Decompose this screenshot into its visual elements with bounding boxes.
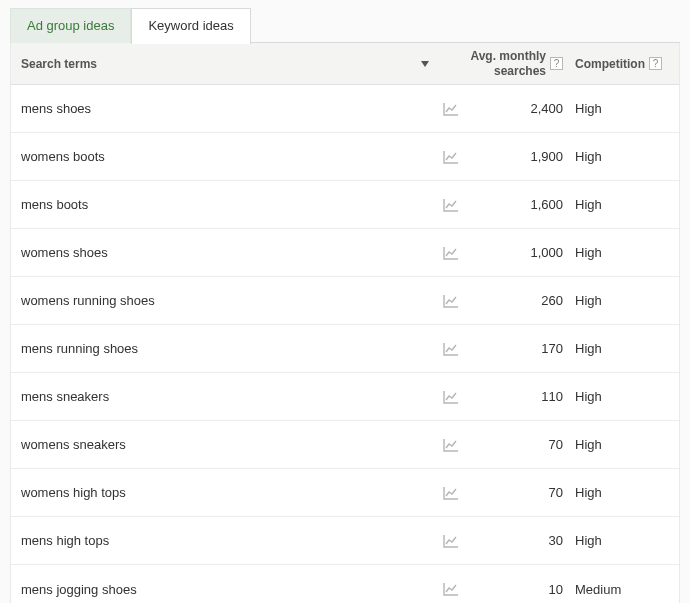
chart-icon[interactable]: [443, 486, 459, 500]
chart-icon[interactable]: [443, 198, 459, 212]
chart-icon[interactable]: [443, 534, 459, 548]
keyword-term: mens high tops: [11, 533, 439, 548]
chart-icon[interactable]: [443, 582, 459, 596]
keyword-term: mens boots: [11, 197, 439, 212]
tab-ad-group-ideas[interactable]: Ad group ideas: [10, 8, 131, 43]
chart-icon[interactable]: [443, 150, 459, 164]
help-icon[interactable]: ?: [550, 57, 563, 70]
competition-value: Medium: [569, 582, 679, 597]
table-row[interactable]: mens high tops 30 High: [11, 517, 679, 565]
table-row[interactable]: womens running shoes 260 High: [11, 277, 679, 325]
avg-monthly-value: 70: [503, 437, 563, 452]
competition-value: High: [569, 341, 679, 356]
table-body: mens shoes 2,400 High womens boots 1,900: [11, 85, 679, 603]
keyword-term: mens jogging shoes: [11, 582, 439, 597]
table-row[interactable]: mens shoes 2,400 High: [11, 85, 679, 133]
competition-value: High: [569, 101, 679, 116]
avg-monthly-value: 10: [503, 582, 563, 597]
chart-icon[interactable]: [443, 102, 459, 116]
keyword-term: womens shoes: [11, 245, 439, 260]
avg-monthly-value: 170: [503, 341, 563, 356]
chart-icon[interactable]: [443, 294, 459, 308]
avg-monthly-value: 1,600: [503, 197, 563, 212]
keyword-term: womens boots: [11, 149, 439, 164]
avg-monthly-value: 260: [503, 293, 563, 308]
table-row[interactable]: mens sneakers 110 High: [11, 373, 679, 421]
table-row[interactable]: womens shoes 1,000 High: [11, 229, 679, 277]
keyword-term: mens running shoes: [11, 341, 439, 356]
column-search-terms-label: Search terms: [21, 57, 97, 71]
column-competition[interactable]: Competition ?: [569, 57, 679, 71]
competition-value: High: [569, 437, 679, 452]
tab-keyword-ideas[interactable]: Keyword ideas: [131, 8, 250, 44]
tab-underline: [251, 42, 680, 43]
table-row[interactable]: mens running shoes 170 High: [11, 325, 679, 373]
competition-value: High: [569, 293, 679, 308]
avg-monthly-value: 1,000: [503, 245, 563, 260]
chart-icon[interactable]: [443, 246, 459, 260]
tabs: Ad group ideas Keyword ideas: [10, 8, 680, 43]
column-avg-monthly-label: Avg. monthly searches: [470, 49, 546, 78]
results-panel: Search terms Avg. monthly searches ? Com…: [10, 43, 680, 603]
table-row[interactable]: womens boots 1,900 High: [11, 133, 679, 181]
table-row[interactable]: womens sneakers 70 High: [11, 421, 679, 469]
keyword-term: womens sneakers: [11, 437, 439, 452]
table-row[interactable]: womens high tops 70 High: [11, 469, 679, 517]
chart-icon[interactable]: [443, 390, 459, 404]
competition-value: High: [569, 389, 679, 404]
avg-monthly-value: 1,900: [503, 149, 563, 164]
keyword-term: womens high tops: [11, 485, 439, 500]
keyword-term: womens running shoes: [11, 293, 439, 308]
help-icon[interactable]: ?: [649, 57, 662, 70]
chart-icon[interactable]: [443, 438, 459, 452]
chart-icon[interactable]: [443, 342, 459, 356]
competition-value: High: [569, 197, 679, 212]
table-row[interactable]: mens boots 1,600 High: [11, 181, 679, 229]
avg-monthly-value: 30: [503, 533, 563, 548]
column-avg-monthly[interactable]: Avg. monthly searches ?: [439, 49, 569, 78]
column-search-terms[interactable]: Search terms: [11, 57, 439, 71]
keyword-term: mens sneakers: [11, 389, 439, 404]
sort-desc-icon: [421, 61, 429, 67]
table-header: Search terms Avg. monthly searches ? Com…: [11, 43, 679, 85]
avg-monthly-value: 110: [503, 389, 563, 404]
avg-monthly-value: 2,400: [503, 101, 563, 116]
competition-value: High: [569, 149, 679, 164]
competition-value: High: [569, 485, 679, 500]
avg-monthly-value: 70: [503, 485, 563, 500]
table-row[interactable]: mens jogging shoes 10 Medium: [11, 565, 679, 603]
keyword-term: mens shoes: [11, 101, 439, 116]
column-competition-label: Competition: [575, 57, 645, 71]
competition-value: High: [569, 245, 679, 260]
competition-value: High: [569, 533, 679, 548]
